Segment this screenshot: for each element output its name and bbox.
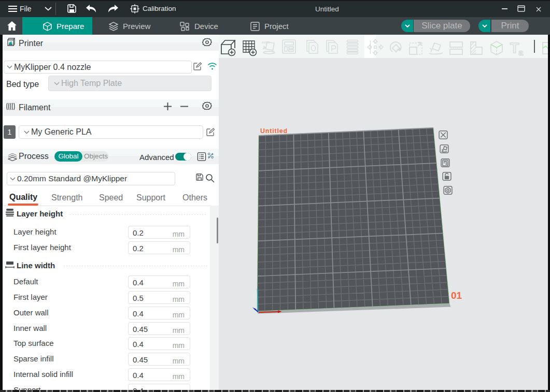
- svg-text:T: T: [510, 40, 519, 56]
- svg-text:a: a: [518, 48, 524, 57]
- svg-text:AUTO: AUTO: [262, 41, 270, 44]
